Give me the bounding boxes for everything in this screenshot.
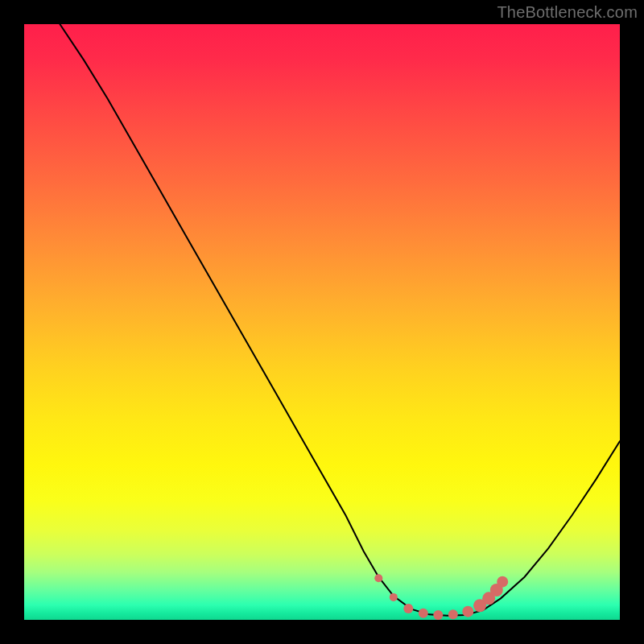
chart-frame: TheBottleneck.com [0,0,644,644]
optimum-marker [448,609,458,619]
optimum-marker [374,574,382,582]
watermark-text: TheBottleneck.com [497,3,638,22]
optimum-marker [390,593,398,601]
optimum-marker [433,610,443,620]
optimum-marker [462,606,473,617]
optimum-marker [497,576,508,588]
optimum-marker [419,609,428,618]
optimum-marker [403,604,413,613]
bottleneck-curve [60,24,620,616]
optimum-marker-group [374,574,508,620]
chart-plot-area [24,24,620,620]
chart-svg [24,24,620,620]
